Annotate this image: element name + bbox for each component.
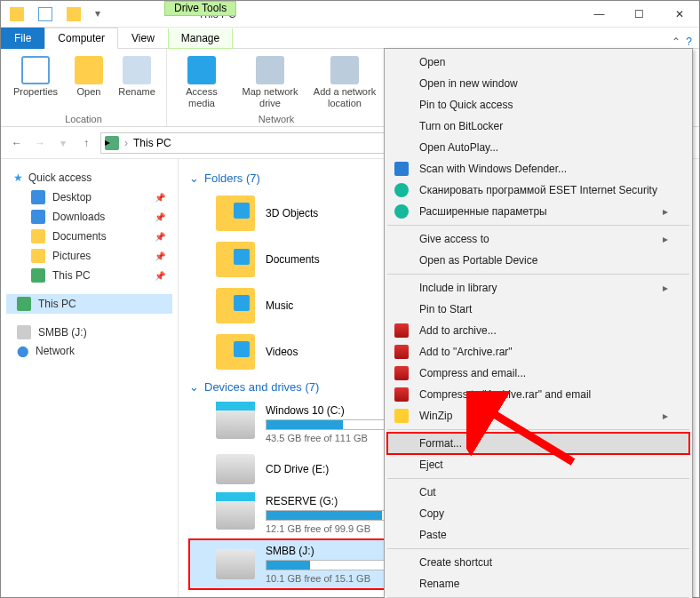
address-bar[interactable]: ▸ › This PC bbox=[100, 132, 402, 154]
pc-icon bbox=[17, 297, 31, 311]
drive-icon bbox=[216, 409, 255, 439]
nav-thispc-pinned[interactable]: This PC📌 bbox=[6, 266, 172, 285]
menu-label: Сканировать программой ESET Internet Sec… bbox=[419, 184, 657, 196]
menu-item[interactable]: Open as Portable Device bbox=[387, 250, 689, 271]
menu-item[interactable]: Rename bbox=[387, 573, 689, 594]
ribbon-open[interactable]: Open bbox=[70, 52, 107, 98]
menu-item[interactable]: Pin to Quick access bbox=[387, 94, 689, 116]
minimize-button[interactable]: — bbox=[579, 1, 619, 27]
pin-icon: 📌 bbox=[155, 212, 165, 222]
folder-label: Documents bbox=[266, 253, 320, 266]
wr-icon bbox=[394, 323, 409, 338]
menu-label: Copy bbox=[419, 507, 444, 520]
nav-pictures[interactable]: Pictures📌 bbox=[6, 246, 172, 266]
menu-item[interactable]: Open AutoPlay... bbox=[387, 137, 689, 158]
menu-item[interactable]: Add to archive... bbox=[387, 320, 689, 341]
up-button[interactable]: ↑ bbox=[77, 134, 95, 152]
menu-label: Pin to Start bbox=[419, 303, 472, 315]
menu-item[interactable]: Add to "Archive.rar" bbox=[387, 341, 689, 363]
menu-item[interactable]: Give access to▸ bbox=[387, 228, 689, 250]
drive-free: 10.1 GB free of 15.1 GB bbox=[266, 573, 399, 584]
menu-item[interactable]: Copy bbox=[387, 503, 689, 524]
menu-item[interactable]: Scan with Windows Defender... bbox=[387, 158, 689, 179]
forward-button[interactable]: → bbox=[31, 134, 49, 152]
ribbon-access-media[interactable]: Access media bbox=[174, 52, 229, 109]
quick-access-toolbar: ▾ bbox=[1, 7, 118, 21]
menu-label: Turn on BitLocker bbox=[419, 120, 503, 132]
nav-smbb[interactable]: SMBB (J:) bbox=[6, 323, 172, 342]
contextual-tab-drive-tools[interactable]: Drive Tools bbox=[164, 1, 236, 16]
menu-item[interactable]: Paste bbox=[387, 524, 689, 546]
nav-desktop[interactable]: Desktop📌 bbox=[6, 187, 172, 207]
menu-separator bbox=[387, 478, 689, 479]
menu-label: Open bbox=[419, 56, 445, 68]
ribbon-rename[interactable]: Rename bbox=[115, 52, 159, 98]
wr-icon bbox=[394, 366, 409, 380]
tab-view[interactable]: View bbox=[118, 28, 168, 49]
menu-item[interactable]: Pin to Start bbox=[387, 299, 689, 320]
context-menu: OpenOpen in new windowPin to Quick acces… bbox=[384, 48, 693, 598]
nav-quick-access[interactable]: ★Quick access bbox=[6, 168, 172, 187]
drive-label: RESERVE (G:) bbox=[266, 495, 399, 507]
menu-separator bbox=[387, 274, 689, 275]
ribbon-map-drive[interactable]: Map network drive bbox=[236, 52, 304, 109]
menu-label: Расширенные параметры bbox=[419, 205, 547, 218]
pictures-icon bbox=[31, 249, 45, 263]
nav-network[interactable]: ⬤Network bbox=[6, 342, 172, 360]
menu-label: Open as Portable Device bbox=[419, 254, 537, 267]
ribbon-collapse-icon[interactable]: ⌃ bbox=[672, 36, 680, 48]
menu-item[interactable]: Compress and email... bbox=[387, 363, 689, 384]
drive-label: Windows 10 (C:) bbox=[266, 404, 399, 417]
help-icon[interactable]: ? bbox=[686, 36, 692, 48]
close-button[interactable]: ✕ bbox=[659, 1, 699, 27]
nav-documents[interactable]: Documents📌 bbox=[6, 227, 172, 246]
qat-properties-icon[interactable] bbox=[38, 7, 52, 21]
menu-separator bbox=[387, 548, 689, 549]
back-button[interactable]: ← bbox=[8, 134, 26, 152]
tab-manage[interactable]: Manage bbox=[168, 28, 233, 49]
folder-icon bbox=[216, 195, 255, 231]
drive-label: CD Drive (E:) bbox=[266, 463, 329, 475]
ribbon-properties[interactable]: Properties bbox=[8, 52, 63, 98]
menu-label: Add to archive... bbox=[419, 324, 497, 337]
menu-item[interactable]: WinZip▸ bbox=[387, 405, 689, 427]
wr-icon bbox=[394, 345, 409, 359]
menu-item[interactable]: Open in new window bbox=[387, 73, 689, 94]
menu-label: Compress to "Archive.rar" and email bbox=[419, 388, 591, 401]
tab-computer[interactable]: Computer bbox=[44, 28, 118, 49]
menu-item[interactable]: Расширенные параметры▸ bbox=[387, 201, 689, 222]
menu-item[interactable]: Turn on BitLocker bbox=[387, 116, 689, 137]
menu-label: Cut bbox=[419, 486, 436, 498]
star-icon: ★ bbox=[13, 171, 23, 184]
menu-label: Compress and email... bbox=[419, 367, 526, 379]
ribbon-add-location[interactable]: Add a network location bbox=[311, 52, 378, 109]
menu-label: Scan with Windows Defender... bbox=[419, 163, 567, 175]
menu-label: Format... bbox=[419, 437, 462, 450]
tab-file[interactable]: File bbox=[1, 28, 44, 49]
folder-icon bbox=[216, 242, 255, 277]
nav-downloads[interactable]: Downloads📌 bbox=[6, 207, 172, 227]
maximize-button[interactable]: ☐ bbox=[619, 1, 659, 27]
menu-label: Eject bbox=[419, 458, 443, 471]
qat-newfolder-icon[interactable] bbox=[67, 7, 81, 21]
menu-label: Add to "Archive.rar" bbox=[419, 346, 513, 358]
menu-label: Create shortcut bbox=[419, 556, 492, 569]
menu-item[interactable]: Create shortcut bbox=[387, 552, 689, 573]
menu-label: Paste bbox=[419, 529, 447, 541]
nav-pane: ★Quick access Desktop📌 Downloads📌 Docume… bbox=[1, 159, 179, 597]
breadcrumb-root[interactable]: This PC bbox=[133, 137, 171, 149]
menu-item[interactable]: Open bbox=[387, 52, 689, 73]
menu-item[interactable]: Include in library▸ bbox=[387, 277, 689, 299]
menu-item[interactable]: Cut bbox=[387, 482, 689, 503]
qat-dropdown-icon[interactable]: ▾ bbox=[95, 7, 109, 21]
menu-item[interactable]: Format... bbox=[387, 433, 689, 454]
submenu-arrow-icon: ▸ bbox=[663, 205, 668, 218]
menu-label: Give access to bbox=[419, 233, 489, 245]
nav-thispc[interactable]: This PC bbox=[6, 294, 172, 314]
menu-item[interactable]: Сканировать программой ESET Internet Sec… bbox=[387, 179, 689, 201]
folder-icon bbox=[216, 334, 255, 370]
menu-item[interactable]: Eject bbox=[387, 454, 689, 475]
recent-dropdown[interactable]: ▾ bbox=[54, 134, 72, 152]
menu-item[interactable]: Compress to "Archive.rar" and email bbox=[387, 384, 689, 405]
menu-label: Open AutoPlay... bbox=[419, 141, 498, 154]
